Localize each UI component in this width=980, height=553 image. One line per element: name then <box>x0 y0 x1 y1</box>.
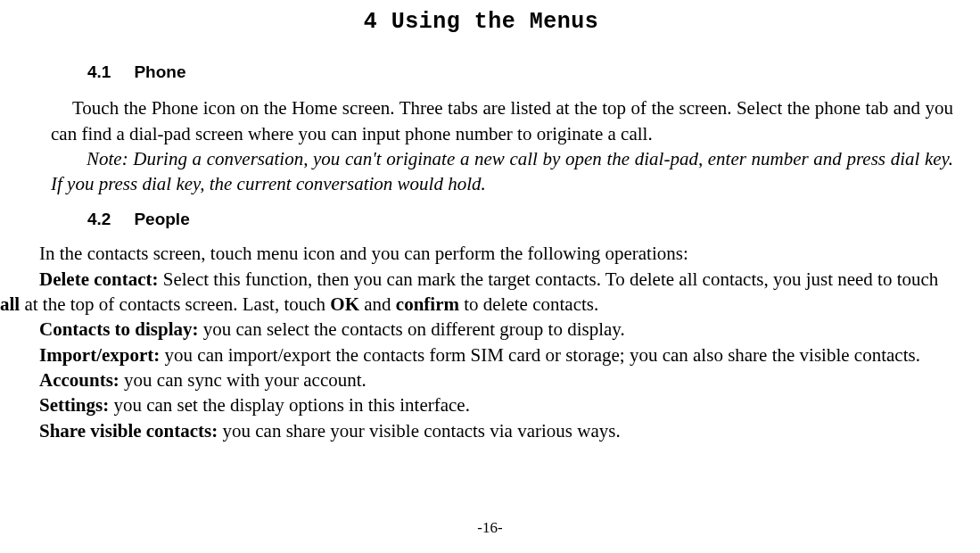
delete-contact-all: all <box>0 293 20 315</box>
delete-contact-confirm: confirm <box>396 293 459 315</box>
settings-text: you can set the display options in this … <box>109 394 470 416</box>
section-4-2-title: People <box>134 210 189 228</box>
delete-contact-text4: to delete contacts. <box>459 293 598 315</box>
chapter-title: 4 Using the Menus <box>0 7 962 37</box>
section-4-1-para: Touch the Phone icon on the Home screen.… <box>51 95 953 146</box>
section-4-1-title: Phone <box>134 62 185 81</box>
delete-contact-text3: and <box>359 293 396 315</box>
import-export-para: Import/export: you can import/export the… <box>0 343 944 367</box>
contacts-display-text: you can select the contacts on different… <box>199 318 625 340</box>
section-4-2-intro: In the contacts screen, touch menu icon … <box>0 241 944 266</box>
import-export-label: Import/export: <box>39 344 160 366</box>
delete-contact-para: Delete contact: Select this function, th… <box>0 267 944 318</box>
accounts-para: Accounts: you can sync with your account… <box>0 367 944 392</box>
section-4-1-note: Note: During a conversation, you can't o… <box>51 146 953 197</box>
section-4-1-number: 4.1 <box>87 61 111 84</box>
section-4-1-heading: 4.1Phone <box>87 61 962 84</box>
share-visible-label: Share visible contacts: <box>39 420 218 442</box>
accounts-text: you can sync with your account. <box>119 369 366 391</box>
section-4-2-number: 4.2 <box>87 208 111 231</box>
delete-contact-text1: Select this function, then you can mark … <box>159 268 939 290</box>
share-visible-text: you can share your visible contacts via … <box>218 420 620 442</box>
page-number: -16- <box>0 518 980 539</box>
delete-contact-label: Delete contact: <box>39 268 159 290</box>
delete-contact-ok: OK <box>330 293 359 315</box>
contacts-display-para: Contacts to display: you can select the … <box>0 317 944 342</box>
contacts-display-label: Contacts to display: <box>39 318 199 340</box>
section-4-2-heading: 4.2People <box>87 208 962 231</box>
settings-label: Settings: <box>39 394 109 416</box>
settings-para: Settings: you can set the display option… <box>0 392 944 417</box>
delete-contact-text2: at the top of contacts screen. Last, tou… <box>20 293 330 315</box>
share-visible-para: Share visible contacts: you can share yo… <box>0 418 944 443</box>
accounts-label: Accounts: <box>39 369 119 391</box>
import-export-text: you can import/export the contacts form … <box>160 344 920 366</box>
